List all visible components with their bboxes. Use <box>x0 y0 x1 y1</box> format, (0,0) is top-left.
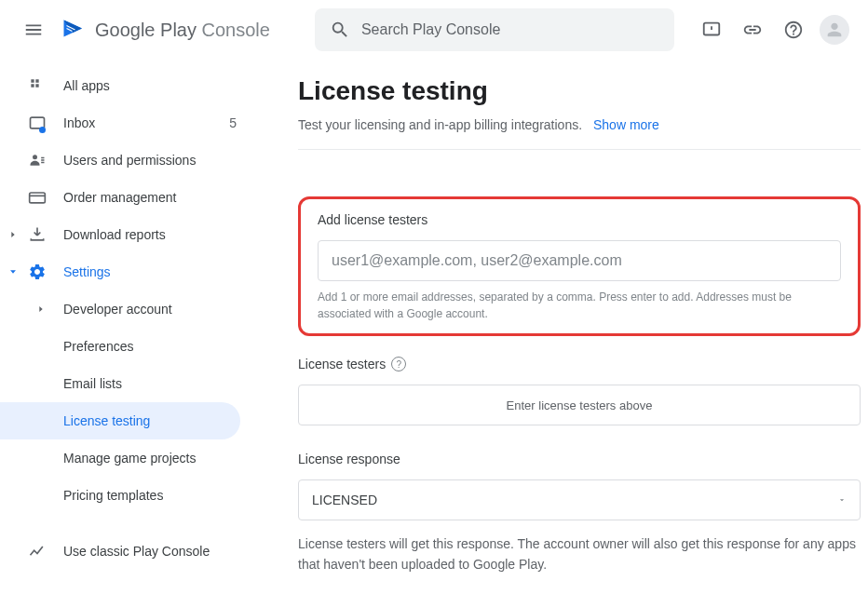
sidebar: All apps Inbox 5 Users and permissions O… <box>0 60 251 594</box>
sidebar-item-label: Download reports <box>63 227 237 242</box>
sidebar-item-label: Preferences <box>63 339 237 354</box>
announcement-icon <box>701 20 722 40</box>
add-testers-highlight: Add license testers Add 1 or more email … <box>298 196 861 336</box>
sidebar-item-label: Users and permissions <box>63 153 237 168</box>
page-title: License testing <box>298 76 861 106</box>
sidebar-item-download-reports[interactable]: Download reports <box>0 216 251 253</box>
sidebar-item-label: All apps <box>63 78 237 93</box>
sidebar-item-license-testing[interactable]: License testing <box>0 402 240 439</box>
sidebar-item-label: Order management <box>63 190 237 205</box>
apps-icon <box>26 74 48 97</box>
download-icon <box>26 223 48 246</box>
link-icon <box>742 20 763 40</box>
sidebar-item-settings[interactable]: Settings <box>0 253 251 290</box>
hamburger-icon <box>23 20 44 40</box>
sidebar-item-users-permissions[interactable]: Users and permissions <box>0 142 251 179</box>
users-icon <box>26 149 48 171</box>
search-bar[interactable] <box>315 8 674 51</box>
sidebar-item-inbox[interactable]: Inbox 5 <box>0 104 251 142</box>
link-button[interactable] <box>734 11 771 48</box>
account-button[interactable] <box>816 11 853 48</box>
add-testers-label: Add license testers <box>318 212 841 227</box>
add-testers-input[interactable] <box>318 240 841 281</box>
sidebar-item-order-management[interactable]: Order management <box>0 179 251 216</box>
sidebar-item-label: Pricing templates <box>63 488 237 503</box>
sidebar-item-label: Settings <box>63 264 237 279</box>
sidebar-item-label: Manage game projects <box>63 451 237 466</box>
dropdown-arrow-icon <box>837 495 847 505</box>
sidebar-item-all-apps[interactable]: All apps <box>0 67 251 104</box>
sidebar-item-label: Email lists <box>63 376 237 391</box>
license-response-value: LICENSED <box>312 493 377 507</box>
chart-icon <box>26 540 48 562</box>
license-response-select[interactable]: LICENSED <box>298 479 861 520</box>
menu-button[interactable] <box>15 11 52 48</box>
svg-point-2 <box>33 155 37 159</box>
license-testers-label: License testers ? <box>298 357 861 371</box>
help-icon <box>783 20 804 40</box>
sidebar-item-manage-game-projects[interactable]: Manage game projects <box>0 439 251 477</box>
sidebar-item-email-lists[interactable]: Email lists <box>0 365 251 402</box>
notification-dot <box>39 127 46 133</box>
sidebar-item-developer-account[interactable]: Developer account <box>0 290 251 328</box>
chevron-right-icon <box>34 304 48 314</box>
add-testers-helper: Add 1 or more email addresses, separated… <box>318 289 841 322</box>
svg-rect-3 <box>30 193 46 203</box>
credit-card-icon <box>26 186 48 209</box>
play-logo-icon <box>60 16 88 44</box>
main-content: License testing Test your licensing and … <box>251 60 868 594</box>
avatar <box>820 15 849 45</box>
sidebar-item-use-classic[interactable]: Use classic Play Console <box>0 533 251 570</box>
logo[interactable]: Google Play Console <box>60 16 270 44</box>
show-more-link[interactable]: Show more <box>593 117 659 132</box>
sidebar-item-label: Developer account <box>63 302 237 317</box>
search-icon <box>330 20 350 40</box>
sidebar-item-pricing-templates[interactable]: Pricing templates <box>0 477 251 514</box>
help-button[interactable] <box>775 11 812 48</box>
search-input[interactable] <box>361 21 659 38</box>
license-testers-empty: Enter license testers above <box>298 385 861 425</box>
logo-text: Google Play Console <box>95 20 270 41</box>
divider <box>298 149 861 150</box>
sidebar-item-label: Use classic Play Console <box>63 544 237 559</box>
sidebar-item-label: License testing <box>63 413 225 428</box>
gear-icon <box>26 261 48 283</box>
help-tooltip-icon[interactable]: ? <box>391 357 406 371</box>
chevron-right-icon <box>6 227 20 242</box>
license-response-description: License testers will get this response. … <box>298 533 861 575</box>
sidebar-item-preferences[interactable]: Preferences <box>0 328 251 365</box>
license-response-label: License response <box>298 452 861 466</box>
inbox-count: 5 <box>229 115 237 130</box>
sidebar-item-label: Inbox <box>63 115 229 130</box>
page-subtitle: Test your licensing and in-app billing i… <box>298 117 861 132</box>
person-icon <box>824 20 845 40</box>
chevron-down-icon <box>6 264 20 279</box>
announcements-button[interactable] <box>693 11 730 48</box>
